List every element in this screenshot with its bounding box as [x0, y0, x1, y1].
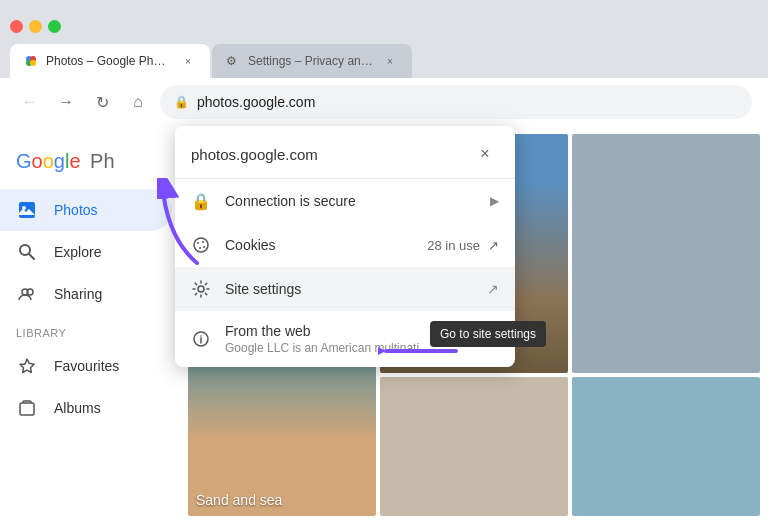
svg-point-11 — [194, 238, 208, 252]
albums-icon — [16, 397, 38, 419]
tooltip-site-settings: Go to site settings — [430, 321, 546, 347]
home-button[interactable]: ⌂ — [124, 88, 152, 116]
reload-icon: ↻ — [96, 93, 109, 112]
tab-photos[interactable]: Photos – Google Photos × — [10, 44, 210, 78]
tab-photos-title: Photos – Google Photos — [46, 54, 172, 68]
from-web-title: From the web — [225, 323, 429, 339]
svg-point-13 — [202, 241, 204, 243]
photo-cell-3[interactable] — [380, 377, 568, 516]
tab-photos-favicon — [24, 54, 38, 68]
cookies-external-icon: ↗ — [488, 238, 499, 253]
tab-settings[interactable]: ⚙ Settings – Privacy and security × — [212, 44, 412, 78]
address-input[interactable]: 🔒 photos.google.com — [160, 85, 752, 119]
title-bar — [0, 0, 768, 42]
dropdown-header: photos.google.com × — [175, 126, 515, 179]
address-bar: ← → ↻ ⌂ 🔒 photos.google.com — [0, 78, 768, 126]
svg-point-16 — [198, 286, 204, 292]
sidebar-item-albums[interactable]: Albums — [0, 387, 172, 429]
cookies-right: 28 in use ↗ — [427, 238, 499, 253]
photo-cell-dark1[interactable] — [572, 134, 760, 373]
tab-settings-favicon: ⚙ — [226, 54, 240, 68]
dropdown-item-connection[interactable]: 🔒 Connection is secure ▶ — [175, 179, 515, 223]
tab-settings-title: Settings – Privacy and security — [248, 54, 374, 68]
sidebar-item-favourites[interactable]: Favourites — [0, 345, 172, 387]
content-area: Google Ph Photos — [0, 126, 768, 524]
sidebar-item-photos-label: Photos — [54, 202, 98, 218]
sidebar-logo: Google Ph — [0, 142, 180, 189]
tooltip-text: Go to site settings — [440, 327, 536, 341]
dropdown-url: photos.google.com — [191, 146, 318, 163]
cookies-label: Cookies — [225, 237, 413, 253]
back-button[interactable]: ← — [16, 88, 44, 116]
maximize-button[interactable] — [48, 20, 61, 33]
reload-button[interactable]: ↻ — [88, 88, 116, 116]
photo-caption-beach: Sand and sea — [196, 492, 282, 508]
address-text: photos.google.com — [197, 94, 315, 110]
sidebar: Google Ph Photos — [0, 126, 180, 524]
connection-arrow-icon: ▶ — [490, 194, 499, 208]
svg-point-19 — [200, 335, 202, 337]
connection-label: Connection is secure — [225, 193, 476, 209]
sidebar-item-sharing-label: Sharing — [54, 286, 102, 302]
sidebar-item-sharing[interactable]: Sharing — [0, 273, 172, 315]
dropdown-close-button[interactable]: × — [471, 140, 499, 168]
svg-point-15 — [203, 246, 205, 248]
cookies-icon — [191, 235, 211, 255]
sidebar-item-explore[interactable]: Explore — [0, 231, 172, 273]
info-circle-icon — [191, 329, 211, 349]
svg-point-5 — [22, 206, 26, 210]
dropdown-item-cookies[interactable]: Cookies 28 in use ↗ — [175, 223, 515, 267]
site-settings-external-icon: ↗ — [487, 281, 499, 297]
forward-button[interactable]: → — [52, 88, 80, 116]
svg-point-12 — [197, 242, 199, 244]
tab-photos-close[interactable]: × — [180, 53, 196, 69]
cookies-count: 28 in use — [427, 238, 480, 253]
site-settings-icon — [191, 279, 211, 299]
search-icon — [16, 241, 38, 263]
photo-cell-4[interactable] — [572, 377, 760, 516]
from-web-content: From the web Google LLC is an American m… — [225, 323, 429, 355]
library-section-label: LIBRARY — [0, 315, 180, 345]
svg-line-7 — [29, 254, 34, 259]
back-icon: ← — [22, 93, 38, 111]
svg-rect-10 — [20, 403, 34, 415]
from-web-desc: Google LLC is an American multinati... — [225, 341, 429, 355]
home-icon: ⌂ — [133, 93, 143, 111]
svg-point-3 — [30, 60, 36, 66]
browser-frame: Photos – Google Photos × ⚙ Settings – Pr… — [0, 0, 768, 524]
lock-icon: 🔒 — [174, 95, 189, 109]
sidebar-item-favourites-label: Favourites — [54, 358, 119, 374]
sidebar-item-albums-label: Albums — [54, 400, 101, 416]
google-logo-text: Google Ph — [16, 150, 115, 173]
lock-secure-icon: 🔒 — [191, 191, 211, 211]
site-settings-label: Site settings — [225, 281, 473, 297]
sidebar-item-photos[interactable]: Photos — [0, 189, 172, 231]
dropdown-item-site-settings[interactable]: Site settings ↗ — [175, 267, 515, 311]
tabs-bar: Photos – Google Photos × ⚙ Settings – Pr… — [0, 44, 768, 78]
sidebar-item-explore-label: Explore — [54, 244, 101, 260]
svg-point-14 — [199, 247, 201, 249]
tab-settings-close[interactable]: × — [382, 53, 398, 69]
svg-rect-4 — [19, 202, 35, 218]
window-controls — [10, 20, 61, 33]
close-button[interactable] — [10, 20, 23, 33]
favourites-icon — [16, 355, 38, 377]
sharing-icon — [16, 283, 38, 305]
minimize-button[interactable] — [29, 20, 42, 33]
forward-icon: → — [58, 93, 74, 111]
photos-icon — [16, 199, 38, 221]
